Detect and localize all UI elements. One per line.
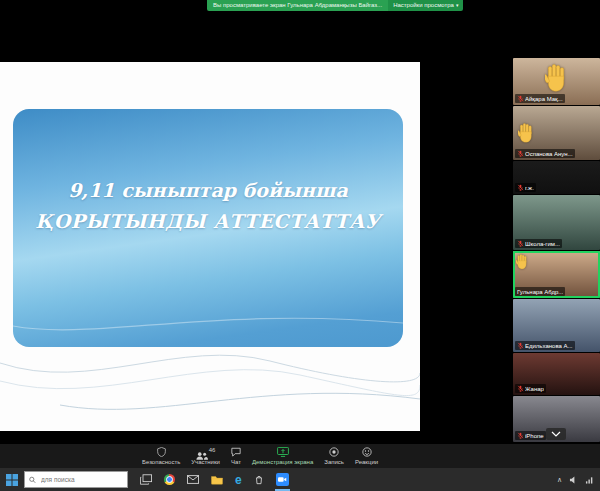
slide-title-line2: ҚОРЫТЫНДЫ АТТЕСТАТТАУ (13, 210, 403, 232)
task-view-icon[interactable] (140, 468, 152, 491)
mail-icon[interactable] (187, 468, 199, 491)
share-screen-label: Демонстрация экрана (252, 459, 313, 465)
participant-tile[interactable]: Жанар (513, 353, 600, 395)
participants-strip: Айқара Мақ... (513, 58, 600, 442)
search-input[interactable] (39, 475, 123, 484)
muted-mic-icon (517, 342, 524, 349)
muted-mic-icon (517, 184, 524, 191)
chat-icon (231, 447, 241, 458)
chat-button[interactable]: Чат (231, 447, 241, 465)
share-screen-button[interactable]: Демонстрация экрана (252, 447, 313, 465)
windows-logo-icon (6, 474, 18, 486)
participant-tile[interactable]: Школа-гим... (513, 195, 600, 250)
participant-namebar: Оспанова Анун... (515, 149, 575, 158)
participants-button[interactable]: 46 Участники (191, 447, 220, 465)
view-options-button[interactable]: Настройки просмотра ▾ (388, 0, 463, 11)
system-tray: ∧ (557, 468, 600, 491)
slide-title-line1: 9,11 сыныптар бойынша (13, 179, 403, 201)
participant-name: iPhone (525, 433, 544, 439)
tray-chevron-up-icon[interactable]: ∧ (557, 476, 562, 483)
participants-label: Участники (191, 459, 220, 465)
slide-wave-decoration (0, 333, 420, 413)
taskbar-search-box[interactable] (24, 471, 128, 488)
participant-namebar: iPhone (515, 431, 546, 440)
zoom-app-icon[interactable] (276, 468, 289, 491)
participant-namebar: г.ж. (515, 183, 536, 192)
chrome-icon[interactable] (164, 468, 175, 491)
zoom-meeting-window: Вы просматриваете экран Гульнара Абдрама… (0, 0, 600, 491)
record-icon (329, 447, 339, 458)
security-button[interactable]: Безопасность (142, 447, 180, 465)
raised-hand-icon (518, 123, 535, 143)
video-camera-icon (278, 475, 287, 484)
participant-name: г.ж. (525, 185, 534, 191)
shared-presentation-slide: 9,11 сыныптар бойынша ҚОРЫТЫНДЫ АТТЕСТАТ… (0, 62, 420, 431)
participant-name: Гульнара Абдр... (517, 289, 563, 295)
reactions-icon (362, 447, 372, 458)
muted-mic-icon (517, 150, 524, 157)
participant-namebar: Жанар (515, 384, 546, 393)
participant-name: Оспанова Анун... (525, 151, 573, 157)
edge-icon[interactable]: e (235, 468, 242, 491)
record-button[interactable]: Запись (324, 447, 344, 465)
zoom-toolbar-items: Безопасность 46 Участники Чат (142, 444, 378, 468)
participant-namebar: Гульнара Абдр... (515, 287, 565, 296)
reactions-button[interactable]: Реакции (355, 447, 378, 465)
muted-mic-icon (517, 385, 524, 392)
muted-mic-icon (517, 432, 524, 439)
slide-title-box: 9,11 сыныптар бойынша ҚОРЫТЫНДЫ АТТЕСТАТ… (13, 109, 403, 347)
muted-mic-icon (517, 95, 524, 102)
muted-mic-icon (517, 240, 524, 247)
slide-title: 9,11 сыныптар бойынша ҚОРЫТЫНДЫ АТТЕСТАТ… (13, 179, 403, 232)
participants-count-badge: 46 (209, 447, 216, 453)
participant-name: Едильханова А... (525, 343, 573, 349)
participant-namebar: Айқара Мақ... (515, 94, 565, 103)
windows-taskbar: e ∧ (0, 468, 600, 491)
file-explorer-icon[interactable] (211, 468, 223, 491)
viewing-status-text: Вы просматриваете экран Гульнара Абдрама… (207, 0, 388, 11)
participant-namebar: Школа-гим... (515, 239, 562, 248)
participant-name: Айқара Мақ... (525, 96, 563, 102)
view-options-label: Настройки просмотра (393, 0, 454, 11)
screen-viewing-banner: Вы просматриваете экран Гульнара Абдрама… (207, 0, 463, 11)
chevron-down-icon: ▾ (456, 0, 459, 11)
chat-label: Чат (231, 459, 241, 465)
raised-hand-icon (516, 254, 529, 270)
participant-tile[interactable]: Оспанова Анун... (513, 106, 600, 160)
search-icon (29, 476, 36, 484)
store-icon[interactable] (254, 468, 264, 491)
start-button[interactable] (0, 468, 24, 491)
participant-tile[interactable]: Гульнара Абдр... (513, 251, 600, 298)
participant-tile[interactable]: г.ж. (513, 161, 600, 194)
participant-name: Жанар (525, 386, 544, 392)
zoom-toolbar: Безопасность 46 Участники Чат (0, 444, 600, 468)
reactions-label: Реакции (355, 459, 378, 465)
participant-name: Школа-гим... (525, 241, 560, 247)
chevron-down-icon (551, 431, 561, 437)
security-label: Безопасность (142, 459, 180, 465)
collapse-gallery-button[interactable] (546, 428, 566, 440)
raised-hand-icon (545, 63, 569, 92)
volume-icon[interactable] (569, 476, 578, 484)
share-screen-icon (277, 447, 289, 458)
network-icon[interactable] (585, 476, 594, 484)
participant-tile[interactable]: Едильханова А... (513, 299, 600, 352)
record-label: Запись (324, 459, 344, 465)
participant-tile[interactable]: Айқара Мақ... (513, 58, 600, 105)
participant-namebar: Едильханова А... (515, 341, 575, 350)
taskbar-pinned-icons: e (140, 468, 289, 491)
shield-icon (157, 447, 166, 458)
